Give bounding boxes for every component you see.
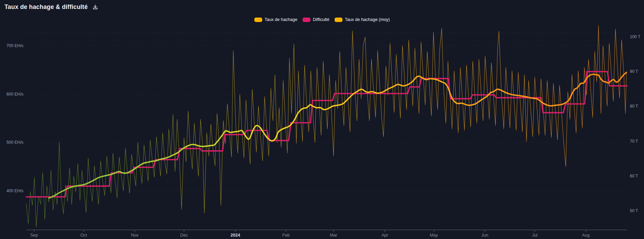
- x-axis-label: Feb: [282, 233, 290, 238]
- y-axis-right-label: 100 T: [630, 34, 641, 39]
- legend: Taux de hachage Difficulté Taux de hacha…: [0, 17, 644, 22]
- y-axis-left-label: 500 EH/s: [7, 140, 23, 145]
- series-hashrate-avg: [49, 72, 626, 198]
- x-axis-label: Mar: [330, 233, 337, 238]
- legend-item-difficulty[interactable]: Difficulté: [303, 17, 329, 22]
- hashrate-difficulty-panel: 700 EH/s600 EH/s500 EH/s400 EH/s100 T90 …: [0, 0, 644, 239]
- download-icon: [92, 4, 98, 10]
- x-axis-label: Sep: [30, 233, 38, 238]
- x-axis-label: Dec: [180, 233, 188, 238]
- legend-item-hashrate[interactable]: Taux de hachage: [254, 17, 297, 22]
- legend-label: Taux de hachage (moy): [345, 17, 390, 22]
- x-axis-label: Jul: [532, 233, 538, 238]
- y-axis-right-label: 90 T: [630, 69, 638, 74]
- page-title: Taux de hachage & difficulté: [4, 3, 88, 11]
- download-button[interactable]: [92, 3, 99, 11]
- series-hashrate-raw: [26, 25, 626, 227]
- legend-label: Difficulté: [313, 17, 329, 22]
- x-axis-label: Nov: [131, 233, 139, 238]
- x-axis-label: Oct: [80, 233, 87, 238]
- y-axis-left-label: 700 EH/s: [7, 43, 23, 48]
- x-axis-label: 2024: [231, 233, 240, 238]
- header: Taux de hachage & difficulté: [0, 0, 644, 14]
- x-axis-label: May: [430, 233, 438, 238]
- y-axis-left-label: 400 EH/s: [7, 188, 23, 193]
- x-axis-label: Jun: [481, 233, 488, 238]
- y-axis-left-label: 600 EH/s: [7, 92, 23, 97]
- y-axis-right-label: 50 T: [630, 208, 638, 213]
- legend-swatch-hashrate: [254, 18, 262, 22]
- y-axis-right-label: 60 T: [630, 174, 638, 178]
- legend-swatch-hashrate-avg: [335, 18, 343, 22]
- chart-canvas[interactable]: 700 EH/s600 EH/s500 EH/s400 EH/s100 T90 …: [0, 0, 644, 239]
- y-axis-right-label: 70 T: [630, 139, 638, 144]
- legend-swatch-difficulty: [303, 18, 310, 22]
- legend-item-hashrate-avg[interactable]: Taux de hachage (moy): [335, 17, 390, 22]
- legend-label: Taux de hachage: [265, 17, 297, 22]
- y-axis-right-label: 80 T: [630, 104, 638, 109]
- x-axis-label: Aug: [582, 233, 590, 238]
- x-axis-label: Apr: [381, 233, 388, 238]
- series-difficulty: [26, 72, 627, 197]
